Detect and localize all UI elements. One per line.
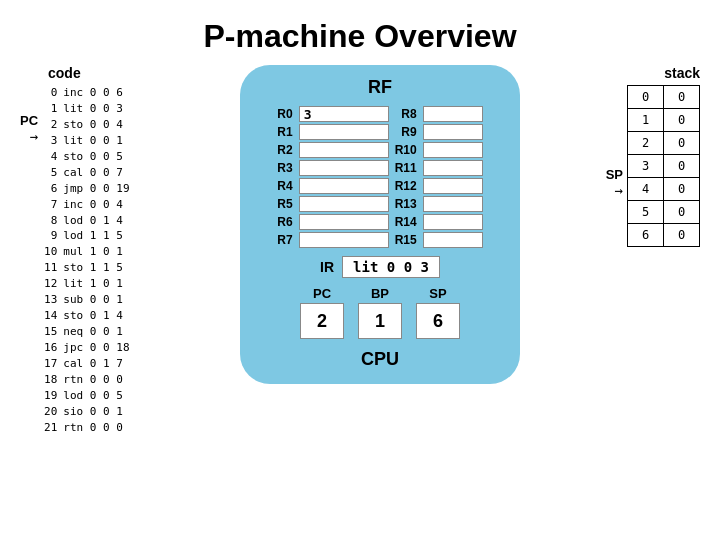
code-row-text: inc 0 0 6 [61,85,131,101]
pc-item: PC 2 [300,286,344,339]
rf-grid: R03R8R1R9R2R10R3R11R4R12R5R13R6R14R7R15 [277,106,482,248]
code-row-num: 13 [42,292,61,308]
code-row: 21rtn 0 0 0 [42,420,131,436]
rf-reg-label-right: R14 [395,215,417,229]
code-row: 4sto 0 0 5 [42,149,131,165]
stack-row-index: 2 [628,132,664,155]
code-section: code PC → 0inc 0 0 61lit 0 0 32sto 0 0 4… [20,65,190,436]
code-row-text: inc 0 0 4 [61,197,131,213]
code-row-num: 15 [42,324,61,340]
sp-arrow-icon: → [615,182,623,198]
rf-reg-box-left [299,124,389,140]
rf-reg-label-left: R3 [277,161,292,175]
stack-row: 10 [628,109,700,132]
rf-reg-label-left: R4 [277,179,292,193]
rf-reg-box-left [299,178,389,194]
stack-table: 00102030405060 [627,85,700,247]
stack-section: stack SP → 00102030405060 [570,65,700,247]
code-row-num: 1 [42,101,61,117]
code-row-num: 11 [42,260,61,276]
sp-arrow-label: SP [606,167,623,182]
code-row-text: lod 0 0 5 [61,388,131,404]
stack-row-value: 0 [664,132,700,155]
sp-item: SP 6 [416,286,460,339]
stack-row-index: 5 [628,201,664,224]
stack-row-value: 0 [664,224,700,247]
code-row-num: 17 [42,356,61,372]
rf-reg-box-left: 3 [299,106,389,122]
code-row: 16jpc 0 0 18 [42,340,131,356]
code-row: 19lod 0 0 5 [42,388,131,404]
code-row: 20sio 0 0 1 [42,404,131,420]
rf-reg-box-left [299,160,389,176]
rf-reg-label-left: R7 [277,233,292,247]
stack-row: 00 [628,86,700,109]
stack-row-index: 6 [628,224,664,247]
code-row: 0inc 0 0 6 [42,85,131,101]
code-row-num: 10 [42,244,61,260]
stack-label: stack [664,65,700,81]
sp-arrow-area: SP → [606,85,623,198]
bp-reg-label: BP [371,286,389,301]
code-row: 10mul 1 0 1 [42,244,131,260]
code-row-num: 5 [42,165,61,181]
code-row-text: jpc 0 0 18 [61,340,131,356]
code-row-text: neq 0 0 1 [61,324,131,340]
rf-reg-label-left: R0 [277,107,292,121]
stack-row-value: 0 [664,155,700,178]
code-row-num: 14 [42,308,61,324]
rf-reg-box-right [423,178,483,194]
page-title: P-machine Overview [0,0,720,55]
code-table: 0inc 0 0 61lit 0 0 32sto 0 0 43lit 0 0 1… [42,85,131,436]
code-row-num: 8 [42,213,61,229]
pc-arrow: PC → [20,85,38,144]
rf-reg-box-right [423,106,483,122]
code-row: 8lod 0 1 4 [42,213,131,229]
code-row: 1lit 0 0 3 [42,101,131,117]
code-row-text: sto 0 0 5 [61,149,131,165]
code-row-text: lod 0 1 4 [61,213,131,229]
rf-reg-box-right [423,232,483,248]
rf-label: RF [368,77,392,98]
code-row: 2sto 0 0 4 [42,117,131,133]
code-row: 9lod 1 1 5 [42,228,131,244]
stack-row: 60 [628,224,700,247]
code-row-text: sio 0 0 1 [61,404,131,420]
stack-row-value: 0 [664,178,700,201]
rf-reg-label-left: R5 [277,197,292,211]
stack-row: 30 [628,155,700,178]
pc-label: PC [20,113,38,128]
stack-row: 50 [628,201,700,224]
cpu-box: RF R03R8R1R9R2R10R3R11R4R12R5R13R6R14R7R… [240,65,520,384]
code-row: 17cal 0 1 7 [42,356,131,372]
stack-row-value: 0 [664,201,700,224]
code-row-text: sto 1 1 5 [61,260,131,276]
code-row-num: 9 [42,228,61,244]
code-row-num: 6 [42,181,61,197]
stack-row-index: 1 [628,109,664,132]
cpu-section: RF R03R8R1R9R2R10R3R11R4R12R5R13R6R14R7R… [200,65,560,384]
code-row: 3lit 0 0 1 [42,133,131,149]
pc-reg-value: 2 [300,303,344,339]
rf-reg-box-right [423,160,483,176]
rf-reg-label-right: R8 [395,107,417,121]
ir-label: IR [320,259,334,275]
code-row-num: 18 [42,372,61,388]
code-row: 13sub 0 0 1 [42,292,131,308]
rf-reg-box-right [423,124,483,140]
rf-reg-box-right [423,214,483,230]
stack-row-index: 4 [628,178,664,201]
code-row-text: lit 1 0 1 [61,276,131,292]
rf-reg-label-right: R12 [395,179,417,193]
sp-reg-value: 6 [416,303,460,339]
rf-reg-box-left [299,214,389,230]
code-row-num: 3 [42,133,61,149]
sp-reg-label: SP [429,286,446,301]
code-row: 15neq 0 0 1 [42,324,131,340]
stack-row: 40 [628,178,700,201]
rf-reg-box-left [299,196,389,212]
code-row-text: sto 0 1 4 [61,308,131,324]
code-row: 14sto 0 1 4 [42,308,131,324]
rf-reg-label-left: R6 [277,215,292,229]
pc-bp-sp-row: PC 2 BP 1 SP 6 [300,286,460,339]
